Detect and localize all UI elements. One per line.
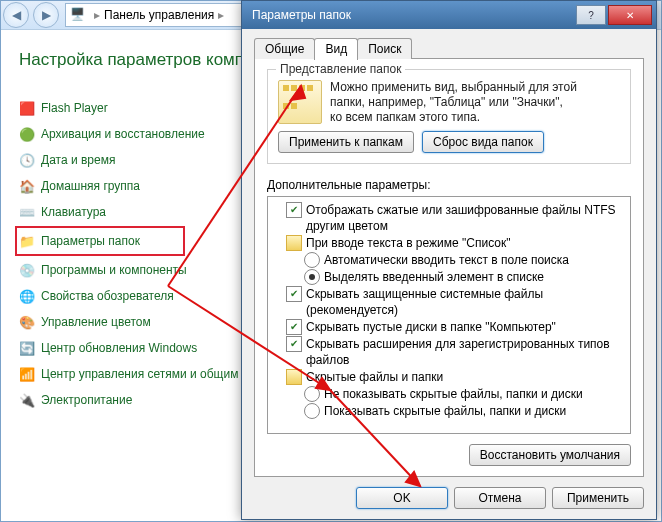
breadcrumb[interactable]: Панель управления	[104, 8, 214, 22]
sidebar-item-label[interactable]: Архивация и восстановление	[41, 127, 205, 141]
sidebar-item-label[interactable]: Свойства обозревателя	[41, 289, 174, 303]
tree-item[interactable]: Отображать сжатые или зашифрованные файл…	[286, 202, 626, 234]
tree-item[interactable]: Автоматически вводить текст в поле поиск…	[304, 252, 626, 268]
folder-views-desc: Можно применить вид, выбранный для этой …	[278, 80, 620, 125]
close-button[interactable]: ✕	[608, 5, 652, 25]
tree-item[interactable]: Скрывать защищенные системные файлы (рек…	[286, 286, 626, 318]
checkbox-icon[interactable]	[286, 202, 302, 218]
tree-item-label: Выделять введенный элемент в списке	[324, 269, 544, 285]
cancel-button[interactable]: Отмена	[454, 487, 546, 509]
sidebar-item-icon: 🎨	[19, 314, 35, 330]
radio-icon[interactable]	[304, 269, 320, 285]
sidebar-item-label[interactable]: Электропитание	[41, 393, 132, 407]
sidebar-item-icon: 🔌	[19, 392, 35, 408]
folder-views-group: Представление папок Можно применить вид,…	[267, 69, 631, 164]
advanced-settings-label: Дополнительные параметры:	[267, 178, 631, 192]
tab-view[interactable]: Вид	[314, 38, 358, 60]
sidebar-item-icon: 💿	[19, 262, 35, 278]
forward-button[interactable]: ▶	[33, 2, 59, 28]
folder-views-group-title: Представление папок	[276, 62, 405, 76]
sidebar-item-label[interactable]: Дата и время	[41, 153, 115, 167]
sidebar-item-icon: 🌐	[19, 288, 35, 304]
dialog-button-row: OK Отмена Применить	[242, 477, 656, 519]
tabstrip: Общие Вид Поиск	[254, 37, 644, 59]
sidebar-item-label[interactable]: Управление цветом	[41, 315, 151, 329]
sidebar-item-icon: 🟥	[19, 100, 35, 116]
tree-item-label: При вводе текста в режиме "Список"	[306, 235, 511, 251]
checkbox-icon[interactable]	[286, 319, 302, 335]
sidebar-item-icon: 📶	[19, 366, 35, 382]
sidebar-item-label[interactable]: Центр обновления Windows	[41, 341, 197, 355]
ok-button[interactable]: OK	[356, 487, 448, 509]
sidebar-item[interactable]: 📁Параметры папок	[15, 226, 185, 256]
tree-item[interactable]: Скрытые файлы и папки	[286, 369, 626, 385]
tab-general[interactable]: Общие	[254, 38, 315, 59]
tree-item-label: Показывать скрытые файлы, папки и диски	[324, 403, 566, 419]
tab-view-pane: Представление папок Можно применить вид,…	[254, 58, 644, 477]
chevron-right-icon: ▸	[218, 8, 224, 22]
sidebar-item-label[interactable]: Параметры папок	[41, 234, 140, 248]
control-panel-icon: 🖥️	[70, 7, 86, 23]
sidebar-item-icon: 📁	[19, 233, 35, 249]
tree-item-label: Скрывать защищенные системные файлы (рек…	[306, 286, 626, 318]
radio-icon[interactable]	[304, 403, 320, 419]
restore-defaults-button[interactable]: Восстановить умолчания	[469, 444, 631, 466]
sidebar-item-icon: 🔄	[19, 340, 35, 356]
dialog-title: Параметры папок	[252, 8, 574, 22]
tree-item-label: Скрывать пустые диски в папке "Компьютер…	[306, 319, 556, 335]
tree-item[interactable]: Не показывать скрытые файлы, папки и дис…	[304, 386, 626, 402]
folder-preview-icon	[278, 80, 322, 124]
sidebar-item-label[interactable]: Программы и компоненты	[41, 263, 187, 277]
apply-to-folders-button[interactable]: Применить к папкам	[278, 131, 414, 153]
tree-item[interactable]: Показывать скрытые файлы, папки и диски	[304, 403, 626, 419]
dialog-titlebar: Параметры папок ? ✕	[242, 1, 656, 29]
tree-item[interactable]: Выделять введенный элемент в списке	[304, 269, 626, 285]
sidebar-item-icon: 🏠	[19, 178, 35, 194]
dialog-body: Общие Вид Поиск Представление папок Можн…	[242, 29, 656, 519]
checkbox-icon[interactable]	[286, 336, 302, 352]
sidebar-item-label[interactable]: Домашняя группа	[41, 179, 140, 193]
tab-search[interactable]: Поиск	[357, 38, 412, 59]
apply-button[interactable]: Применить	[552, 487, 644, 509]
sidebar-item-icon: ⌨️	[19, 204, 35, 220]
tree-item-label: Автоматически вводить текст в поле поиск…	[324, 252, 569, 268]
tree-item-label: Скрытые файлы и папки	[306, 369, 443, 385]
sidebar-item-label[interactable]: Клавиатура	[41, 205, 106, 219]
tree-item-label: Отображать сжатые или зашифрованные файл…	[306, 202, 626, 234]
tree-item[interactable]: Скрывать расширения для зарегистрированн…	[286, 336, 626, 368]
sidebar-item-icon: 🕓	[19, 152, 35, 168]
checkbox-icon[interactable]	[286, 286, 302, 302]
folder-icon	[286, 235, 302, 251]
tree-item[interactable]: При вводе текста в режиме "Список"	[286, 235, 626, 251]
folder-options-dialog: Параметры папок ? ✕ Общие Вид Поиск Пред…	[241, 0, 657, 520]
sidebar-item-icon: 🟢	[19, 126, 35, 142]
back-button[interactable]: ◀	[3, 2, 29, 28]
tree-item-label: Скрывать расширения для зарегистрированн…	[306, 336, 626, 368]
chevron-right-icon: ▸	[94, 8, 100, 22]
radio-icon[interactable]	[304, 252, 320, 268]
help-button[interactable]: ?	[576, 5, 606, 25]
sidebar-item-label[interactable]: Flash Player	[41, 101, 108, 115]
tree-item-label: Не показывать скрытые файлы, папки и дис…	[324, 386, 583, 402]
advanced-settings-tree[interactable]: Отображать сжатые или зашифрованные файл…	[267, 196, 631, 434]
reset-folders-button[interactable]: Сброс вида папок	[422, 131, 544, 153]
folder-icon	[286, 369, 302, 385]
radio-icon[interactable]	[304, 386, 320, 402]
tree-item[interactable]: Скрывать пустые диски в папке "Компьютер…	[286, 319, 626, 335]
